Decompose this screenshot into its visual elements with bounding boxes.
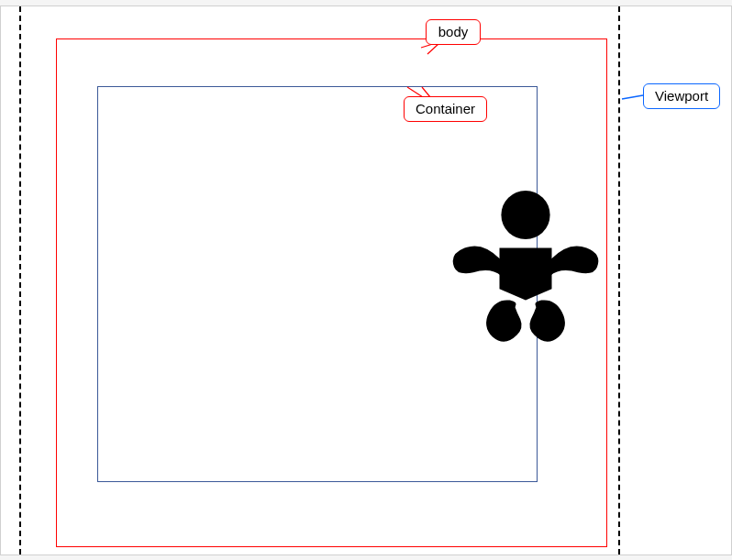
svg-line-4 — [622, 95, 643, 99]
baby-icon — [438, 178, 613, 357]
callout-body: body — [426, 19, 481, 45]
callout-viewport-label: Viewport — [655, 88, 708, 104]
callout-container: Container — [404, 96, 487, 122]
viewport-left-line — [19, 6, 21, 555]
callout-body-label: body — [438, 24, 469, 39]
diagram-canvas: body Container Viewport — [0, 5, 732, 555]
callout-container-label: Container — [416, 101, 475, 116]
viewport-right-line — [618, 6, 620, 555]
svg-point-5 — [501, 191, 549, 239]
callout-viewport: Viewport — [643, 83, 720, 109]
